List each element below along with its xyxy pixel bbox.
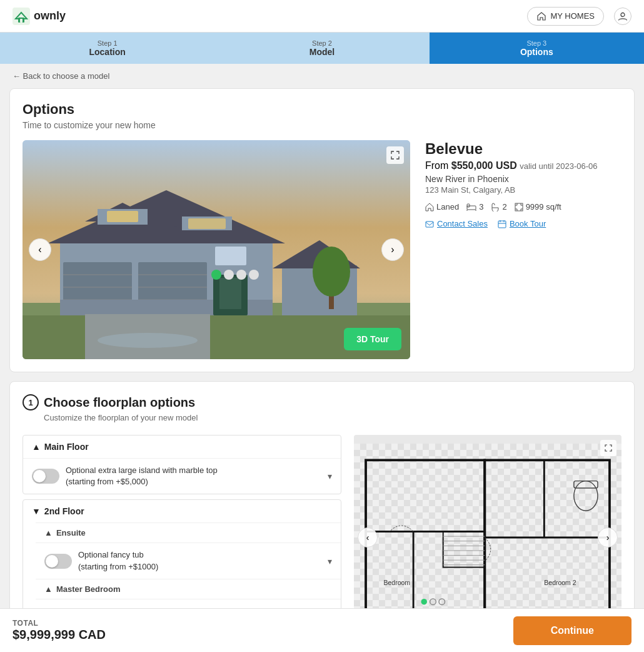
ensuite-header[interactable]: ▲ Ensuite <box>36 522 341 542</box>
svg-point-36 <box>98 333 198 348</box>
steps-bar: Step 1 Location Step 2 Model Step 3 Opti… <box>0 33 644 64</box>
continue-button[interactable]: Continue <box>513 616 631 645</box>
spec-area: 9999 sq/ft <box>515 202 561 211</box>
footer: TOTAL $9,999,999 CAD Continue <box>0 608 644 652</box>
property-info: Belevue From $550,000 USD valid until 20… <box>425 140 621 359</box>
svg-point-32 <box>236 270 246 280</box>
contact-sales-label: Contact Sales <box>437 219 488 228</box>
second-floor-label: 2nd Floor <box>44 506 84 516</box>
svg-point-64 <box>421 599 427 605</box>
step3-label: Options <box>520 47 553 57</box>
option-tub-left: Optional fancy tub (starting from +$1000… <box>44 549 158 572</box>
header: ownly MY HOMES <box>0 0 644 33</box>
logo[interactable]: ownly <box>13 8 66 25</box>
property-address: 123 Main St, Calgary, AB <box>425 185 621 195</box>
calendar-icon <box>498 220 506 228</box>
second-floor-chevron: ▼ <box>32 506 41 516</box>
main-floor-header[interactable]: ▲ Main Floor <box>23 436 341 458</box>
master-bedroom-title: ▲ Master Bedroom <box>44 584 120 594</box>
option-tub-toggle[interactable] <box>44 554 72 569</box>
price-prefix: From <box>425 160 451 171</box>
3d-tour-button[interactable]: 3D Tour <box>344 328 401 350</box>
fp-next-button[interactable]: › <box>598 527 618 548</box>
user-icon[interactable] <box>614 8 631 25</box>
second-floor-header[interactable]: ▼ 2nd Floor <box>23 500 341 522</box>
floorplan-step-badge: 1 <box>23 394 39 410</box>
main-floor-title: ▲ Main Floor <box>32 442 89 452</box>
svg-point-35 <box>313 247 350 297</box>
spec-baths-label: 2 <box>502 202 506 211</box>
house-image <box>23 140 410 359</box>
step-options[interactable]: Step 3 Options <box>430 33 644 64</box>
book-tour-label: Book Tour <box>510 219 546 228</box>
svg-rect-47 <box>366 460 485 614</box>
back-link[interactable]: ← Back to choose a model <box>0 64 644 88</box>
book-tour-link[interactable]: Book Tour <box>498 219 546 228</box>
svg-rect-26 <box>215 247 246 265</box>
option-island-toggle[interactable] <box>32 469 59 484</box>
svg-rect-13 <box>107 211 138 222</box>
svg-rect-37 <box>467 206 476 210</box>
master-bedroom-label: Master Bedroom <box>56 584 121 594</box>
total-label: TOTAL <box>13 619 106 628</box>
option-island-expand[interactable]: ▾ <box>328 471 332 481</box>
ensuite-subsection: ▲ Ensuite <box>36 522 341 578</box>
master-bedroom-header[interactable]: ▲ Master Bedroom <box>36 579 341 599</box>
property-specs: Laned 3 <box>425 202 621 211</box>
floorplan-subtitle: Customize the floorplan of your new mode… <box>44 413 621 422</box>
svg-point-61 <box>574 481 598 511</box>
back-link-text: ← Back to choose a model <box>13 71 109 81</box>
prev-image-button[interactable]: ‹ <box>29 238 51 261</box>
step-location[interactable]: Step 1 Location <box>0 33 214 64</box>
master-bedroom-chevron: ▲ <box>44 584 53 594</box>
step1-label: Location <box>89 47 125 57</box>
svg-rect-53 <box>443 532 485 568</box>
option-island-sublabel: (starting from +$5,000) <box>66 476 218 487</box>
property-location: New River in Phoenix <box>425 174 621 184</box>
ensuite-chevron: ▲ <box>44 528 53 537</box>
my-homes-button[interactable]: MY HOMES <box>527 7 604 26</box>
expand-image-button[interactable] <box>386 146 404 164</box>
property-actions: Contact Sales Book Tour <box>425 219 621 228</box>
svg-rect-14 <box>188 218 226 229</box>
option-tub-expand[interactable]: ▾ <box>328 556 332 566</box>
spec-beds-label: 3 <box>479 202 483 211</box>
total-amount: $9,999,999 CAD <box>13 628 106 642</box>
svg-point-30 <box>211 270 221 280</box>
contact-sales-link[interactable]: Contact Sales <box>425 219 488 228</box>
header-right: MY HOMES <box>527 7 631 26</box>
property-image-container: ‹ › 3D Tour <box>23 140 410 359</box>
options-card: Options Time to customize your new home <box>9 88 635 372</box>
svg-point-65 <box>430 599 436 605</box>
home-spec-icon <box>425 203 434 211</box>
option-tub: Optional fancy tub (starting from +$1000… <box>36 542 341 578</box>
step3-number: Step 3 <box>526 39 546 47</box>
option-island-label: Optional extra large island with marble … <box>66 465 218 476</box>
svg-point-31 <box>224 270 234 280</box>
area-icon <box>515 203 523 211</box>
option-tub-label: Optional fancy tub <box>78 549 158 561</box>
option-island-left: Optional extra large island with marble … <box>32 465 218 487</box>
step-model[interactable]: Step 2 Model <box>214 33 429 64</box>
next-image-button[interactable]: › <box>381 238 404 261</box>
svg-text:Bedroom 2: Bedroom 2 <box>544 579 576 586</box>
spec-type-label: Laned <box>436 202 459 211</box>
bed-icon <box>466 203 476 211</box>
home-nav-icon <box>536 11 546 21</box>
step2-label: Model <box>309 47 335 57</box>
fp-prev-button[interactable]: ‹ <box>358 527 378 548</box>
logo-text: ownly <box>34 9 66 23</box>
house-svg <box>23 140 410 359</box>
svg-rect-25 <box>219 278 241 309</box>
option-tub-text: Optional fancy tub (starting from +$1000… <box>78 549 158 572</box>
email-icon <box>425 220 434 228</box>
main-floor-chevron: ▲ <box>32 442 41 452</box>
option-tub-sublabel: (starting from +$1000) <box>78 561 158 573</box>
step2-number: Step 2 <box>312 39 332 47</box>
option-island: Optional extra large island with marble … <box>23 458 341 494</box>
ensuite-label: Ensuite <box>56 528 86 537</box>
expand-floorplan-button[interactable] <box>600 440 616 456</box>
property-name: Belevue <box>425 140 621 158</box>
option-island-thumb <box>33 470 46 482</box>
step1-number: Step 1 <box>98 39 118 47</box>
